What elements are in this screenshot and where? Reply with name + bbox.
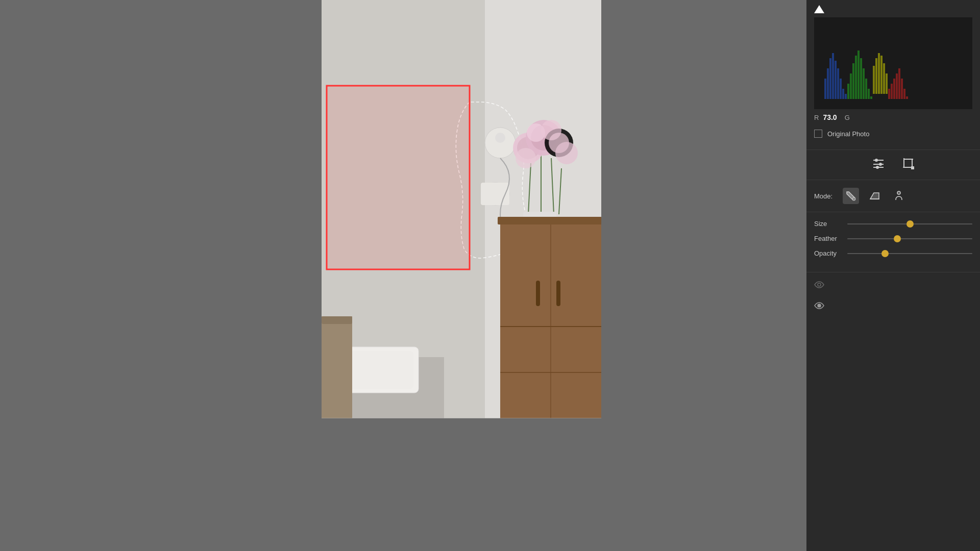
svg-rect-48 [852,63,854,99]
svg-point-73 [879,163,882,166]
eraser-mode-button[interactable] [867,188,883,204]
mode-section: Mode: [806,180,980,212]
sliders-section: Size Feather Opacity [806,212,980,272]
svg-rect-42 [837,68,839,99]
svg-rect-54 [868,89,870,99]
svg-rect-53 [865,79,867,99]
visibility-icon-2[interactable] [814,301,824,312]
transform-icon[interactable] [901,156,915,173]
svg-rect-51 [860,58,862,99]
svg-rect-58 [878,53,880,94]
svg-rect-40 [832,53,834,99]
svg-rect-38 [827,68,829,99]
original-photo-label: Original Photo [827,130,869,138]
svg-point-19 [555,142,578,164]
bottom-icons-area [806,272,980,319]
svg-rect-39 [829,58,831,99]
svg-rect-52 [863,68,865,99]
tools-section [806,150,980,180]
opacity-slider-row: Opacity [814,249,972,257]
svg-point-71 [875,159,878,162]
svg-rect-47 [850,73,852,99]
size-slider-track[interactable] [847,223,972,224]
histogram-header [814,5,972,13]
size-slider-row: Size [814,220,972,228]
rgb-display: R 73.0 G [814,109,972,126]
opacity-slider-label: Opacity [814,249,847,257]
lasso-mode-button[interactable] [891,188,907,204]
bottom-icon-row-1 [814,280,972,291]
svg-rect-37 [824,79,826,99]
svg-rect-49 [855,56,857,99]
g-channel-label: G [845,114,850,121]
svg-point-18 [516,148,536,168]
svg-rect-65 [896,73,898,99]
photo-scene [322,0,601,418]
svg-rect-46 [847,84,849,99]
original-photo-checkbox[interactable] [814,130,822,138]
svg-rect-62 [888,89,890,99]
bottom-icon-row-2 [814,301,972,312]
svg-rect-25 [498,217,601,224]
mode-row: Mode: [814,188,972,204]
svg-point-82 [818,283,821,286]
photo-container [322,0,601,418]
svg-point-81 [897,191,900,194]
svg-rect-57 [875,58,877,94]
svg-rect-77 [911,166,914,169]
feather-slider-track[interactable] [847,238,972,239]
svg-rect-55 [870,96,872,99]
feather-slider-label: Feather [814,235,847,242]
svg-point-75 [876,166,879,169]
svg-rect-28 [556,281,560,306]
feather-slider-row: Feather [814,235,972,242]
svg-rect-43 [840,79,842,99]
brush-mode-button[interactable] [843,188,859,204]
original-photo-row[interactable]: Original Photo [814,126,972,142]
svg-rect-6 [495,133,505,143]
svg-rect-41 [835,61,837,99]
svg-rect-67 [901,79,903,99]
histogram-triangle-icon [814,5,824,13]
visibility-icon-1[interactable] [814,280,824,291]
size-slider-label: Size [814,220,847,228]
svg-rect-66 [898,68,900,99]
mode-label: Mode: [814,192,832,200]
feather-slider-thumb[interactable] [894,235,901,242]
size-slider-thumb[interactable] [906,220,914,228]
histogram-canvas [814,17,972,109]
svg-rect-56 [873,66,875,94]
svg-rect-76 [904,159,912,167]
svg-rect-68 [903,89,905,99]
svg-rect-69 [906,96,908,99]
right-panel: R 73.0 G Original Photo [806,0,980,551]
svg-point-83 [818,304,821,307]
svg-rect-45 [845,94,847,99]
adjustments-icon[interactable] [871,156,886,173]
svg-rect-44 [842,89,844,99]
svg-rect-60 [883,63,885,94]
r-channel-label: R [814,114,819,121]
svg-rect-35 [322,316,352,324]
histogram-section: R 73.0 G Original Photo [806,0,980,150]
opacity-slider-thumb[interactable] [881,250,889,257]
svg-rect-63 [891,84,893,99]
canvas-area [116,0,806,551]
svg-rect-59 [880,56,883,94]
svg-rect-34 [322,316,352,418]
opacity-slider-track[interactable] [847,253,972,254]
svg-point-79 [852,197,855,201]
svg-rect-27 [536,281,540,306]
r-channel-value: 73.0 [823,113,837,121]
svg-rect-61 [886,73,888,94]
left-gray-area [0,0,116,551]
svg-rect-7 [327,86,470,269]
svg-rect-50 [857,51,860,99]
svg-point-21 [541,120,561,140]
svg-rect-64 [893,79,895,99]
